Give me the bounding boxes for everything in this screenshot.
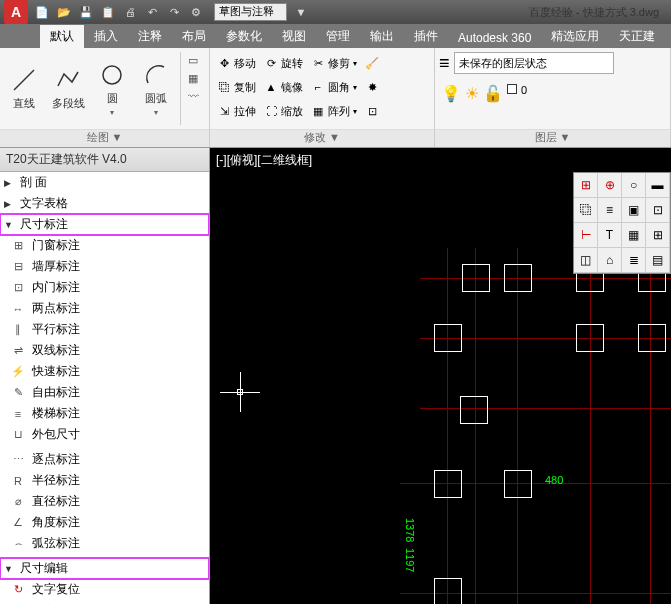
palette-stair-icon[interactable]: ≣: [622, 248, 646, 272]
offset-button[interactable]: ⊡: [362, 100, 382, 122]
tab-tianzheng[interactable]: 天正建: [609, 25, 665, 48]
tree-item-point-dim[interactable]: ⋯逐点标注: [6, 449, 209, 470]
dropdown-caret-icon[interactable]: ▼: [293, 4, 309, 20]
tree-item-inner-dim[interactable]: ⊡内门标注: [6, 277, 209, 298]
tree-item-wall-dim[interactable]: ⊟墙厚标注: [6, 256, 209, 277]
layer-props-icon[interactable]: ≡: [439, 53, 450, 74]
print-icon[interactable]: 🖨: [122, 4, 138, 20]
dim-label-480: 480: [545, 474, 563, 486]
palette-dim-icon[interactable]: ⊢: [574, 223, 598, 247]
palette-block-icon[interactable]: ▣: [622, 198, 646, 222]
group-label-draw[interactable]: 绘图 ▼: [0, 129, 209, 147]
bulb-icon[interactable]: 💡: [441, 84, 461, 103]
palette-node-icon[interactable]: ○: [622, 173, 646, 197]
viewport-label[interactable]: [-][俯视][二维线框]: [216, 152, 312, 169]
spline-icon[interactable]: 〰: [185, 88, 201, 104]
sidebar-panel: T20天正建筑软件 V4.0 ▶ 剖 面 ▶ 文字表格 ▼ 尺寸标注 ⊞门窗标注…: [0, 148, 210, 604]
tree-item-radius-dim[interactable]: R半径标注: [6, 470, 209, 491]
trim-button[interactable]: ✂修剪 ▾: [308, 52, 360, 74]
palette-wall-icon[interactable]: ▬: [646, 173, 670, 197]
palette-grid-icon[interactable]: ⊞: [574, 173, 598, 197]
tree-section-section[interactable]: ▶ 剖 面: [0, 172, 209, 193]
explode-button[interactable]: ✸: [362, 76, 382, 98]
fillet-button[interactable]: ⌐圆角 ▾: [308, 76, 360, 98]
move-button[interactable]: ✥移动: [214, 52, 259, 74]
tab-autodesk360[interactable]: Autodesk 360: [448, 28, 541, 48]
polyline-button[interactable]: 多段线: [48, 52, 88, 125]
tree-section-text[interactable]: ▶ 文字表格: [0, 193, 209, 214]
arc-button[interactable]: 圆弧▾: [136, 52, 176, 125]
saveas-icon[interactable]: 📋: [100, 4, 116, 20]
tree-item-quick-dim[interactable]: ⚡快速标注: [6, 361, 209, 382]
tree-section-dimension[interactable]: ▼ 尺寸标注: [0, 214, 209, 235]
tab-manage[interactable]: 管理: [316, 25, 360, 48]
drawing-canvas[interactable]: [-][俯视][二维线框] 480 1378 1197: [210, 148, 671, 604]
tree-section-dim-edit[interactable]: ▼ 尺寸编辑: [0, 558, 209, 579]
palette-axis-icon[interactable]: ⊕: [598, 173, 622, 197]
trim-icon: ✂: [311, 56, 325, 70]
tab-plugins[interactable]: 插件: [404, 25, 448, 48]
new-icon[interactable]: 📄: [34, 4, 50, 20]
tree-item-free-dim[interactable]: ✎自由标注: [6, 382, 209, 403]
palette-more3-icon[interactable]: ▤: [646, 248, 670, 272]
lock-icon[interactable]: 🔓: [483, 84, 503, 103]
tree-item-angle-dim[interactable]: ∠角度标注: [6, 512, 209, 533]
group-label-layer[interactable]: 图层 ▼: [435, 129, 670, 147]
group-label-modify[interactable]: 修改 ▼: [210, 129, 434, 147]
layer-state-combo[interactable]: 未保存的图层状态: [454, 52, 614, 74]
tree-item-text-reset[interactable]: ↻文字复位: [6, 579, 209, 600]
tree-item-parallel-dim[interactable]: ∥平行标注: [6, 319, 209, 340]
sun-icon[interactable]: ☀: [465, 84, 479, 103]
palette-text-icon[interactable]: T: [598, 223, 622, 247]
tree-item-outer-dim[interactable]: ⊔外包尺寸: [6, 424, 209, 445]
palette-roof-icon[interactable]: ⌂: [598, 248, 622, 272]
palette-more2-icon[interactable]: ⊞: [646, 223, 670, 247]
tree-item-door-dim[interactable]: ⊞门窗标注: [6, 235, 209, 256]
tab-parametric[interactable]: 参数化: [216, 25, 272, 48]
tab-output[interactable]: 输出: [360, 25, 404, 48]
line-button[interactable]: 直线: [4, 52, 44, 125]
tab-featured[interactable]: 精选应用: [541, 25, 609, 48]
copy-button[interactable]: ⿻复制: [214, 76, 259, 98]
tree-item-stair-dim[interactable]: ≡楼梯标注: [6, 403, 209, 424]
workspace: T20天正建筑软件 V4.0 ▶ 剖 面 ▶ 文字表格 ▼ 尺寸标注 ⊞门窗标注…: [0, 148, 671, 604]
tree-item-diameter-dim[interactable]: ⌀直径标注: [6, 491, 209, 512]
palette-layer-icon[interactable]: ≡: [598, 198, 622, 222]
open-icon[interactable]: 📂: [56, 4, 72, 20]
save-icon[interactable]: 💾: [78, 4, 94, 20]
array-button[interactable]: ▦阵列 ▾: [308, 100, 360, 122]
tree-item-text-reval[interactable]: ↺文字复值: [6, 600, 209, 604]
tree-item-double-dim[interactable]: ⇌双线标注: [6, 340, 209, 361]
tab-insert[interactable]: 插入: [84, 25, 128, 48]
dim-label-1197: 1197: [404, 548, 416, 572]
tab-default[interactable]: 默认: [40, 25, 84, 48]
stretch-button[interactable]: ⇲拉伸: [214, 100, 259, 122]
filename-label: 百度经验 - 快捷方式 3.dwg: [529, 5, 667, 20]
redo-icon[interactable]: ↷: [166, 4, 182, 20]
rotate-button[interactable]: ⟳旋转: [261, 52, 306, 74]
ribbon-panel: 直线 多段线 圆▾ 圆弧▾ ▭ ▦ 〰 绘图 ▼: [0, 48, 671, 148]
tab-annotate[interactable]: 注释: [128, 25, 172, 48]
app-logo[interactable]: A: [4, 0, 28, 24]
scale-button[interactable]: ⛶缩放: [261, 100, 306, 122]
palette-copy-icon[interactable]: ⿻: [574, 198, 598, 222]
workspace-selector[interactable]: 草图与注释: [214, 3, 287, 21]
tab-layout[interactable]: 布局: [172, 25, 216, 48]
tree-item-arc-dim[interactable]: ⌢弧弦标注: [6, 533, 209, 554]
gear-icon[interactable]: ⚙: [188, 4, 204, 20]
copy-icon: ⿻: [217, 80, 231, 94]
layer-color-swatch[interactable]: [507, 84, 517, 94]
tab-view[interactable]: 视图: [272, 25, 316, 48]
mirror-button[interactable]: ▲镜像: [261, 76, 306, 98]
circle-button[interactable]: 圆▾: [92, 52, 132, 125]
hatch-icon[interactable]: ▦: [185, 70, 201, 86]
undo-icon[interactable]: ↶: [144, 4, 160, 20]
erase-button[interactable]: 🧹: [362, 52, 382, 74]
rect-icon[interactable]: ▭: [185, 52, 201, 68]
tree-edit-group: ↻文字复位 ↺文字复值 ⊣裁剪延伸: [0, 579, 209, 604]
tree-item-two-point-dim[interactable]: ↔两点标注: [6, 298, 209, 319]
tool-palette: ⊞ ⊕ ○ ▬ ⿻ ≡ ▣ ⊡ ⊢ T ▦ ⊞ ◫ ⌂ ≣ ▤: [573, 172, 671, 274]
palette-3d-icon[interactable]: ◫: [574, 248, 598, 272]
palette-table-icon[interactable]: ▦: [622, 223, 646, 247]
palette-more1-icon[interactable]: ⊡: [646, 198, 670, 222]
